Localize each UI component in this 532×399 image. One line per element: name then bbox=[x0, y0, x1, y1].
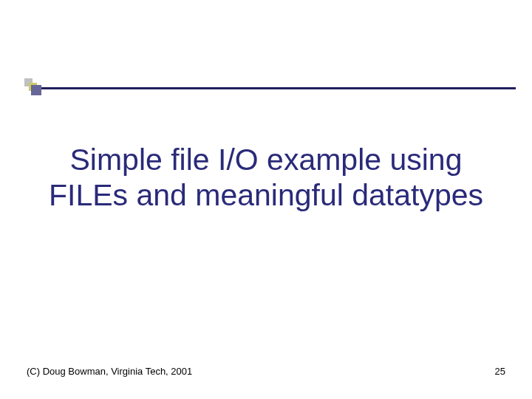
page-number: 25 bbox=[495, 366, 505, 377]
decor-square-dark bbox=[31, 85, 41, 95]
footer: (C) Doug Bowman, Virginia Tech, 2001 25 bbox=[27, 366, 505, 377]
copyright-text: (C) Doug Bowman, Virginia Tech, 2001 bbox=[27, 366, 192, 377]
slide: Simple file I/O example using FILEs and … bbox=[0, 0, 532, 399]
slide-title: Simple file I/O example using FILEs and … bbox=[44, 142, 488, 214]
header-divider bbox=[35, 87, 516, 89]
